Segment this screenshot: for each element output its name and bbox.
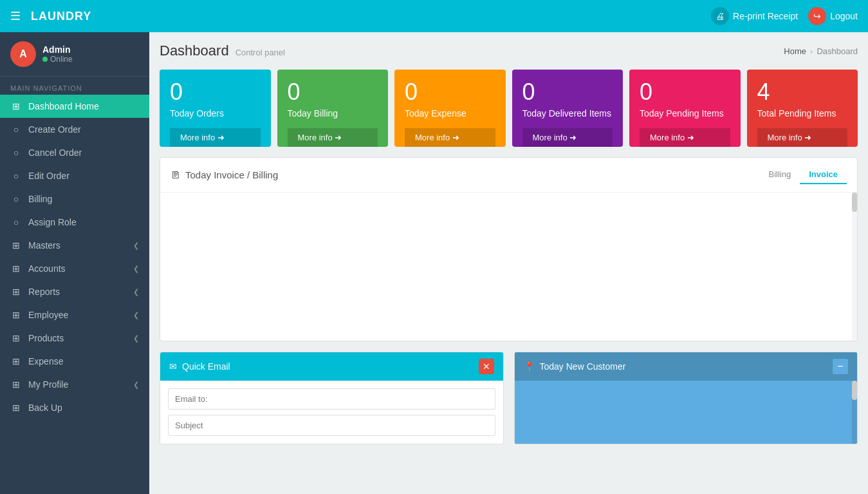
stat-cards: 0 Today Orders More info ➜ 0 Today Billi… bbox=[160, 70, 858, 147]
today-customer-body bbox=[515, 381, 858, 444]
today-delivered-num: 0 bbox=[522, 79, 613, 106]
quick-email-close-button[interactable]: ✕ bbox=[479, 359, 494, 374]
sidebar-item-products[interactable]: ⊞ Products ❮ bbox=[0, 327, 149, 350]
total-pending-num: 4 bbox=[757, 79, 848, 106]
today-billing-more-info[interactable]: More info ➜ bbox=[288, 128, 378, 147]
sidebar-label-back-up: Back Up bbox=[28, 403, 62, 413]
today-delivered-label: Today Delivered Items bbox=[522, 108, 613, 119]
invoice-scrollbar-thumb bbox=[852, 193, 857, 212]
sidebar-item-reports[interactable]: ⊞ Reports ❮ bbox=[0, 280, 149, 303]
masters-icon: ⊞ bbox=[10, 240, 22, 251]
stat-card-today-billing: 0 Today Billing More info ➜ bbox=[277, 70, 389, 147]
today-expense-more-info[interactable]: More info ➜ bbox=[405, 128, 495, 147]
email-icon: ✉ bbox=[169, 361, 177, 372]
sidebar-label-my-profile: My Profile bbox=[28, 379, 68, 390]
page-subtitle: Control panel bbox=[235, 48, 285, 57]
stat-card-today-pending: 0 Today Pending Items More info ➜ bbox=[629, 70, 741, 147]
breadcrumb-home[interactable]: Home bbox=[784, 46, 806, 56]
stat-card-total-pending: 4 Total Pending Items More info ➜ bbox=[747, 70, 858, 147]
subject-input[interactable] bbox=[168, 415, 495, 436]
dashboard-icon: ⊞ bbox=[10, 101, 22, 111]
customer-scrollbar-thumb bbox=[852, 381, 857, 400]
sidebar-label-reports: Reports bbox=[28, 287, 60, 297]
invoice-section: 🖹 Today Invoice / Billing Billing Invoic… bbox=[160, 157, 858, 341]
sidebar-item-back-up[interactable]: ⊞ Back Up bbox=[0, 396, 149, 419]
today-expense-num: 0 bbox=[405, 79, 495, 106]
masters-chevron: ❮ bbox=[133, 242, 139, 250]
sidebar-label-employee: Employee bbox=[28, 310, 68, 320]
sidebar-item-employee[interactable]: ⊞ Employee ❮ bbox=[0, 303, 149, 327]
customer-scrollbar[interactable] bbox=[852, 381, 857, 444]
sidebar-item-accounts[interactable]: ⊞ Accounts ❮ bbox=[0, 257, 149, 280]
bottom-row: ✉ Quick Email ✕ 📍 Today New Customer bbox=[160, 352, 858, 444]
location-icon: 📍 bbox=[524, 361, 535, 372]
employee-chevron: ❮ bbox=[133, 311, 139, 319]
stat-card-today-delivered: 0 Today Delivered Items More info ➜ bbox=[512, 70, 623, 147]
logout-button[interactable]: ↪ Logout bbox=[808, 7, 858, 25]
sidebar-item-my-profile[interactable]: ⊞ My Profile ❮ bbox=[0, 373, 149, 396]
today-pending-label: Today Pending Items bbox=[640, 108, 730, 119]
sidebar-item-cancel-order[interactable]: ○ Cancel Order bbox=[0, 141, 149, 164]
today-delivered-more-info[interactable]: More info ➜ bbox=[522, 128, 613, 147]
products-chevron: ❮ bbox=[133, 334, 139, 343]
page-header: Dashboard Control panel Home › Dashboard bbox=[160, 43, 858, 59]
today-orders-more-info[interactable]: More info ➜ bbox=[170, 128, 261, 147]
my-profile-icon: ⊞ bbox=[10, 379, 22, 390]
reprint-icon: 🖨 bbox=[711, 7, 729, 25]
sidebar-item-billing[interactable]: ○ Billing bbox=[0, 187, 149, 211]
sidebar-item-expense[interactable]: ⊞ Expense bbox=[0, 350, 149, 373]
reprint-receipt-button[interactable]: 🖨 Re-print Receipt bbox=[711, 7, 798, 25]
hamburger-button[interactable]: ☰ bbox=[10, 9, 21, 23]
sidebar: A Admin Online MAIN NAVIGATION ⊞ Dashboa… bbox=[0, 32, 149, 494]
today-pending-more-info[interactable]: More info ➜ bbox=[640, 128, 730, 147]
page-title: Dashboard bbox=[160, 43, 229, 59]
sidebar-item-masters[interactable]: ⊞ Masters ❮ bbox=[0, 234, 149, 257]
top-nav: ☰ LAUNDRY 🖨 Re-print Receipt ↪ Logout bbox=[0, 0, 868, 32]
sidebar-label-cancel-order: Cancel Order bbox=[28, 147, 82, 158]
create-order-icon: ○ bbox=[10, 124, 22, 135]
sidebar-label-masters: Masters bbox=[28, 240, 60, 251]
accounts-icon: ⊞ bbox=[10, 263, 22, 274]
today-orders-num: 0 bbox=[170, 79, 261, 106]
email-to-input[interactable] bbox=[168, 388, 495, 410]
tab-invoice[interactable]: Invoice bbox=[800, 166, 847, 184]
quick-email-panel: ✉ Quick Email ✕ bbox=[160, 352, 504, 444]
today-customer-panel: 📍 Today New Customer − bbox=[514, 352, 858, 444]
quick-email-header: ✉ Quick Email ✕ bbox=[160, 352, 503, 381]
main-content: Dashboard Control panel Home › Dashboard… bbox=[149, 32, 868, 494]
today-orders-label: Today Orders bbox=[170, 108, 261, 119]
breadcrumb-current: Dashboard bbox=[817, 46, 858, 56]
sidebar-item-assign-role[interactable]: ○ Assign Role bbox=[0, 211, 149, 234]
sidebar-label-edit-order: Edit Order bbox=[28, 171, 69, 181]
expense-icon: ⊞ bbox=[10, 356, 22, 366]
invoice-tabs: Billing Invoice bbox=[760, 166, 847, 184]
total-pending-more-info[interactable]: More info ➜ bbox=[757, 128, 848, 147]
user-name: Admin bbox=[42, 44, 73, 55]
sidebar-label-create-order: Create Order bbox=[28, 124, 81, 135]
sidebar-profile: A Admin Online bbox=[0, 32, 149, 77]
breadcrumb: Home › Dashboard bbox=[784, 46, 858, 56]
quick-email-title: Quick Email bbox=[182, 361, 230, 372]
quick-email-body bbox=[160, 381, 503, 444]
nav-section-label: MAIN NAVIGATION bbox=[0, 77, 149, 95]
app-brand: LAUNDRY bbox=[31, 10, 91, 23]
invoice-body bbox=[160, 193, 857, 341]
stat-card-today-orders: 0 Today Orders More info ➜ bbox=[160, 70, 271, 147]
avatar: A bbox=[10, 41, 36, 67]
reports-icon: ⊞ bbox=[10, 287, 22, 297]
today-customer-minimize-button[interactable]: − bbox=[833, 359, 848, 374]
stat-card-today-expense: 0 Today Expense More info ➜ bbox=[394, 70, 506, 147]
tab-billing[interactable]: Billing bbox=[760, 166, 800, 184]
status-dot bbox=[42, 57, 48, 62]
invoice-icon: 🖹 bbox=[171, 169, 180, 180]
employee-icon: ⊞ bbox=[10, 310, 22, 320]
sidebar-label-expense: Expense bbox=[28, 356, 63, 366]
invoice-title: 🖹 Today Invoice / Billing bbox=[171, 169, 278, 180]
invoice-scrollbar[interactable] bbox=[852, 193, 857, 341]
sidebar-item-create-order[interactable]: ○ Create Order bbox=[0, 118, 149, 141]
today-customer-header: 📍 Today New Customer − bbox=[515, 352, 858, 381]
breadcrumb-separator: › bbox=[810, 46, 813, 56]
sidebar-item-dashboard-home[interactable]: ⊞ Dashboard Home bbox=[0, 95, 149, 118]
back-up-icon: ⊞ bbox=[10, 403, 22, 413]
sidebar-item-edit-order[interactable]: ○ Edit Order bbox=[0, 164, 149, 187]
